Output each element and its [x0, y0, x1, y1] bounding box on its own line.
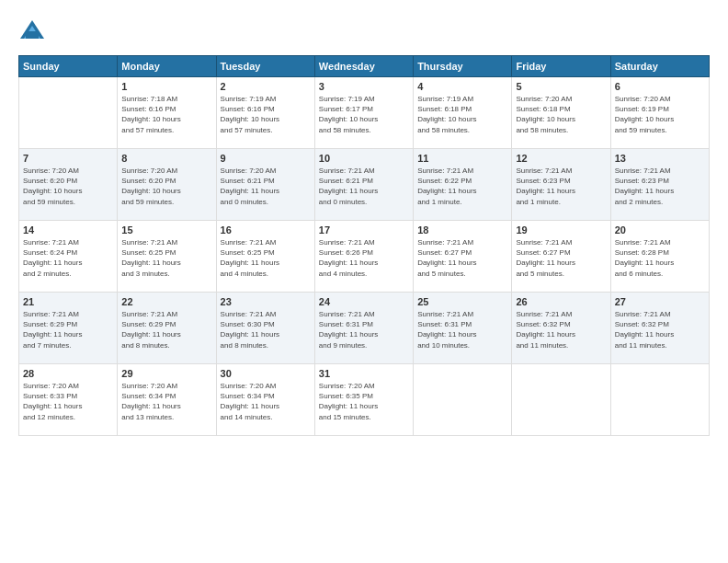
day-info: Sunrise: 7:20 AM Sunset: 6:34 PM Dayligh…: [221, 381, 311, 422]
day-number: 17: [319, 224, 409, 236]
day-info: Sunrise: 7:21 AM Sunset: 6:24 PM Dayligh…: [23, 237, 113, 279]
calendar-cell: 27Sunrise: 7:21 AM Sunset: 6:32 PM Dayli…: [610, 293, 709, 364]
calendar-cell: 6Sunrise: 7:20 AM Sunset: 6:19 PM Daylig…: [610, 77, 709, 149]
calendar-cell: 10Sunrise: 7:21 AM Sunset: 6:21 PM Dayli…: [314, 149, 413, 221]
day-number: 27: [615, 296, 705, 307]
weekday-header-tuesday: Tuesday: [216, 56, 314, 77]
day-info: Sunrise: 7:21 AM Sunset: 6:29 PM Dayligh…: [121, 309, 211, 350]
weekday-header-row: SundayMondayTuesdayWednesdayThursdayFrid…: [19, 56, 710, 77]
day-number: 13: [615, 153, 705, 164]
svg-rect-2: [26, 31, 39, 39]
day-number: 18: [417, 224, 507, 236]
day-number: 15: [121, 224, 211, 236]
calendar-cell: 25Sunrise: 7:21 AM Sunset: 6:31 PM Dayli…: [414, 293, 512, 364]
logo: [18, 18, 50, 46]
day-info: Sunrise: 7:19 AM Sunset: 6:18 PM Dayligh…: [417, 94, 507, 135]
calendar-cell: 14Sunrise: 7:21 AM Sunset: 6:24 PM Dayli…: [19, 221, 118, 293]
day-number: 2: [221, 81, 311, 92]
day-info: Sunrise: 7:20 AM Sunset: 6:18 PM Dayligh…: [516, 94, 606, 135]
day-number: 30: [221, 368, 311, 379]
day-info: Sunrise: 7:20 AM Sunset: 6:19 PM Dayligh…: [615, 94, 705, 135]
calendar-week-row: 7Sunrise: 7:20 AM Sunset: 6:20 PM Daylig…: [19, 149, 710, 221]
weekday-header-monday: Monday: [118, 56, 216, 77]
day-number: 1: [121, 81, 211, 92]
calendar-cell: 28Sunrise: 7:20 AM Sunset: 6:33 PM Dayli…: [19, 364, 118, 436]
day-number: 25: [417, 296, 507, 307]
day-info: Sunrise: 7:21 AM Sunset: 6:21 PM Dayligh…: [319, 166, 409, 207]
calendar-cell: 20Sunrise: 7:21 AM Sunset: 6:28 PM Dayli…: [610, 221, 709, 293]
calendar-week-row: 14Sunrise: 7:21 AM Sunset: 6:24 PM Dayli…: [19, 221, 710, 293]
weekday-header-friday: Friday: [512, 56, 610, 77]
calendar-cell: 12Sunrise: 7:21 AM Sunset: 6:23 PM Dayli…: [512, 149, 610, 221]
calendar-cell: 1Sunrise: 7:18 AM Sunset: 6:16 PM Daylig…: [118, 77, 216, 149]
calendar-cell: 19Sunrise: 7:21 AM Sunset: 6:27 PM Dayli…: [512, 221, 610, 293]
calendar-cell: 22Sunrise: 7:21 AM Sunset: 6:29 PM Dayli…: [118, 293, 216, 364]
calendar-cell: 15Sunrise: 7:21 AM Sunset: 6:25 PM Dayli…: [118, 221, 216, 293]
day-info: Sunrise: 7:21 AM Sunset: 6:28 PM Dayligh…: [615, 237, 705, 279]
day-number: 23: [221, 296, 311, 307]
calendar-cell: 18Sunrise: 7:21 AM Sunset: 6:27 PM Dayli…: [414, 221, 512, 293]
calendar-cell: 2Sunrise: 7:19 AM Sunset: 6:16 PM Daylig…: [216, 77, 314, 149]
day-info: Sunrise: 7:21 AM Sunset: 6:27 PM Dayligh…: [417, 237, 507, 279]
day-info: Sunrise: 7:18 AM Sunset: 6:16 PM Dayligh…: [121, 94, 211, 135]
day-info: Sunrise: 7:20 AM Sunset: 6:21 PM Dayligh…: [221, 166, 311, 207]
day-info: Sunrise: 7:21 AM Sunset: 6:23 PM Dayligh…: [516, 166, 606, 207]
weekday-header-sunday: Sunday: [19, 56, 118, 77]
calendar-cell: [512, 364, 610, 436]
day-number: 7: [23, 153, 113, 164]
day-number: 14: [23, 224, 113, 236]
calendar-week-row: 1Sunrise: 7:18 AM Sunset: 6:16 PM Daylig…: [19, 77, 710, 149]
logo-icon: [18, 18, 46, 46]
page: SundayMondayTuesdayWednesdayThursdayFrid…: [0, 0, 728, 563]
calendar-cell: 24Sunrise: 7:21 AM Sunset: 6:31 PM Dayli…: [314, 293, 413, 364]
day-info: Sunrise: 7:19 AM Sunset: 6:17 PM Dayligh…: [319, 94, 409, 135]
calendar-cell: 23Sunrise: 7:21 AM Sunset: 6:30 PM Dayli…: [216, 293, 314, 364]
day-number: 3: [319, 81, 409, 92]
weekday-header-saturday: Saturday: [610, 56, 709, 77]
day-number: 5: [516, 81, 606, 92]
day-info: Sunrise: 7:20 AM Sunset: 6:20 PM Dayligh…: [121, 166, 211, 207]
day-info: Sunrise: 7:20 AM Sunset: 6:20 PM Dayligh…: [23, 166, 113, 207]
day-number: 4: [417, 81, 507, 92]
day-number: 19: [516, 224, 606, 236]
calendar-cell: 13Sunrise: 7:21 AM Sunset: 6:23 PM Dayli…: [610, 149, 709, 221]
calendar-cell: 21Sunrise: 7:21 AM Sunset: 6:29 PM Dayli…: [19, 293, 118, 364]
day-info: Sunrise: 7:21 AM Sunset: 6:32 PM Dayligh…: [516, 309, 606, 350]
day-number: 28: [23, 368, 113, 379]
day-number: 6: [615, 81, 705, 92]
day-number: 12: [516, 153, 606, 164]
day-info: Sunrise: 7:20 AM Sunset: 6:33 PM Dayligh…: [23, 381, 113, 422]
calendar-cell: 4Sunrise: 7:19 AM Sunset: 6:18 PM Daylig…: [414, 77, 512, 149]
day-number: 10: [319, 153, 409, 164]
calendar-cell: [414, 364, 512, 436]
weekday-header-wednesday: Wednesday: [314, 56, 413, 77]
calendar-cell: 29Sunrise: 7:20 AM Sunset: 6:34 PM Dayli…: [118, 364, 216, 436]
calendar-cell: [19, 77, 118, 149]
day-number: 8: [121, 153, 211, 164]
day-info: Sunrise: 7:20 AM Sunset: 6:35 PM Dayligh…: [319, 381, 409, 422]
day-info: Sunrise: 7:21 AM Sunset: 6:32 PM Dayligh…: [615, 309, 705, 350]
calendar-cell: 31Sunrise: 7:20 AM Sunset: 6:35 PM Dayli…: [314, 364, 413, 436]
calendar-cell: 3Sunrise: 7:19 AM Sunset: 6:17 PM Daylig…: [314, 77, 413, 149]
calendar-cell: 11Sunrise: 7:21 AM Sunset: 6:22 PM Dayli…: [414, 149, 512, 221]
day-number: 29: [121, 368, 211, 379]
day-info: Sunrise: 7:21 AM Sunset: 6:29 PM Dayligh…: [23, 309, 113, 350]
calendar-cell: 26Sunrise: 7:21 AM Sunset: 6:32 PM Dayli…: [512, 293, 610, 364]
day-info: Sunrise: 7:19 AM Sunset: 6:16 PM Dayligh…: [221, 94, 311, 135]
day-info: Sunrise: 7:20 AM Sunset: 6:34 PM Dayligh…: [121, 381, 211, 422]
calendar-cell: 30Sunrise: 7:20 AM Sunset: 6:34 PM Dayli…: [216, 364, 314, 436]
day-number: 26: [516, 296, 606, 307]
day-number: 31: [319, 368, 409, 379]
day-number: 9: [221, 153, 311, 164]
day-info: Sunrise: 7:21 AM Sunset: 6:22 PM Dayligh…: [417, 166, 507, 207]
calendar-cell: 5Sunrise: 7:20 AM Sunset: 6:18 PM Daylig…: [512, 77, 610, 149]
calendar-cell: 7Sunrise: 7:20 AM Sunset: 6:20 PM Daylig…: [19, 149, 118, 221]
day-number: 16: [221, 224, 311, 236]
day-info: Sunrise: 7:21 AM Sunset: 6:26 PM Dayligh…: [319, 237, 409, 279]
header: [18, 18, 710, 46]
calendar-body: 1Sunrise: 7:18 AM Sunset: 6:16 PM Daylig…: [19, 77, 710, 436]
day-number: 24: [319, 296, 409, 307]
day-number: 22: [121, 296, 211, 307]
weekday-header-thursday: Thursday: [414, 56, 512, 77]
calendar-cell: [610, 364, 709, 436]
